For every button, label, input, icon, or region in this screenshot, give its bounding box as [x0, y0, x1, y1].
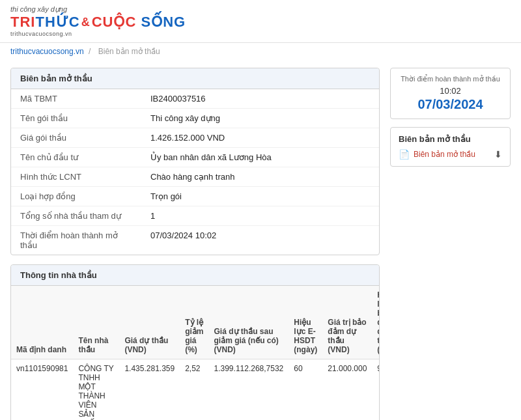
breadcrumb-home[interactable]: trithucvacuocsong.vn: [10, 47, 84, 56]
info-label: Mã TBMT: [11, 89, 141, 109]
logo-area: thi công xây dựng TRI THỨC & CUỘC SỐNG t…: [10, 5, 186, 37]
date-box-label: Thời điểm hoàn thành mở thầu: [399, 75, 502, 83]
bien-ban-section-title: Biên bản mở thầu: [11, 68, 379, 89]
breadcrumb: trithucvacuocsong.vn / Biên bản mở thầu: [0, 43, 521, 60]
info-value: 1: [141, 206, 379, 226]
main-content: Biên bản mở thầu Mã TBMT IB2400037516 Tê…: [0, 60, 521, 420]
logo-song: SỐNG: [136, 14, 186, 31]
vendor-cell: 60: [289, 359, 322, 421]
vendor-cell: 1.435.281.359: [119, 359, 180, 421]
info-value: Chào hàng cạnh tranh: [141, 167, 379, 187]
info-row: Tên chủ đầu tư Ủy ban nhân dân xã Lương …: [11, 148, 379, 167]
info-row: Tên gói thầu Thi công xây dựng: [11, 109, 379, 128]
info-row: Tổng số nhà thầu tham dự 1: [11, 206, 379, 226]
right-panel: Thời điểm hoàn thành mở thầu 10:02 07/03…: [390, 68, 511, 167]
vendor-cell: 21.000.000: [322, 359, 372, 421]
breadcrumb-page: Biên bản mở thầu: [98, 47, 160, 56]
page-wrapper: thi công xây dựng TRI THỨC & CUỘC SỐNG t…: [0, 0, 521, 420]
vendor-cell: vn1101590981: [11, 359, 73, 421]
logo-italic: thi công xây dựng: [10, 5, 186, 14]
vendor-row: vn1101590981CÔNG TY TNHH MỘT THÀNH VIÊN …: [11, 359, 379, 421]
info-label: Tổng số nhà thầu tham dự: [11, 206, 141, 226]
doc-box-title: Biên bản mở thầu: [399, 134, 502, 144]
breadcrumb-sep: /: [89, 47, 93, 56]
vendor-col-header: Giá trị bảo đảm dự thầu (VND): [322, 286, 372, 359]
info-value: Trọn gói: [141, 187, 379, 206]
logo-thuc: THỨC: [35, 14, 79, 31]
doc-name: Biên bản mở thầu: [414, 150, 490, 159]
vendor-col-header: Tỷ lệ giảm giá (%): [180, 286, 208, 359]
info-value: 1.426.152.000 VND: [141, 128, 379, 148]
info-value: 07/03/2024 10:02: [141, 226, 379, 255]
info-value: IB2400037516: [141, 89, 379, 109]
info-label: Giá gói thầu: [11, 128, 141, 148]
logo-underline: trithucvacuocsong.vn: [10, 31, 186, 37]
vendor-col-header: Giá dự thầu (VND): [119, 286, 180, 359]
left-panel: Biên bản mở thầu Mã TBMT IB2400037516 Tê…: [10, 68, 380, 420]
vendor-cell: 1.399.112.268,7532: [209, 359, 289, 421]
info-label: Hình thức LCNT: [11, 167, 141, 187]
info-row: Thời điểm hoàn thành mở thầu 07/03/2024 …: [11, 226, 379, 255]
logo-cuoc: CUỘC: [92, 14, 137, 31]
pdf-icon: 📄: [399, 149, 410, 160]
info-table: Mã TBMT IB2400037516 Tên gói thầu Thi cô…: [11, 89, 379, 255]
vendor-cell: 90: [372, 359, 379, 421]
info-label: Tên gói thầu: [11, 109, 141, 128]
date-box: Thời điểm hoàn thành mở thầu 10:02 07/03…: [390, 68, 511, 119]
info-row: Giá gói thầu 1.426.152.000 VND: [11, 128, 379, 148]
info-label: Tên chủ đầu tư: [11, 148, 141, 167]
info-row: Loại hợp đồng Trọn gói: [11, 187, 379, 206]
vendor-section: Thông tin nhà thầu Mã định danhTên nhà t…: [10, 264, 380, 420]
date-box-time: 10:02: [399, 86, 502, 96]
info-label: Loại hợp đồng: [11, 187, 141, 206]
vendor-col-header: Mã định danh: [11, 286, 73, 359]
info-row: Mã TBMT IB2400037516: [11, 89, 379, 109]
vendor-table: Mã định danhTên nhà thầuGiá dự thầu (VND…: [11, 286, 379, 420]
download-icon[interactable]: ⬇: [494, 149, 502, 160]
vendor-col-header: Giá dự thầu sau giảm giá (nếu có) (VND): [209, 286, 289, 359]
logo-amp: &: [81, 16, 91, 29]
header: thi công xây dựng TRI THỨC & CUỘC SỐNG t…: [0, 0, 521, 43]
vendor-cell: 2,52: [180, 359, 208, 421]
logo-main: TRI THỨC & CUỘC SỐNG: [10, 14, 186, 31]
bien-ban-section: Biên bản mở thầu Mã TBMT IB2400037516 Tê…: [10, 68, 380, 255]
vendor-col-header: Hiệu lực E-HSDT (ngày): [289, 286, 322, 359]
vendor-section-title: Thông tin nhà thầu: [11, 265, 379, 286]
info-value: Ủy ban nhân dân xã Lương Hòa: [141, 148, 379, 167]
date-box-date: 07/03/2024: [399, 97, 502, 112]
info-row: Hình thức LCNT Chào hàng cạnh tranh: [11, 167, 379, 187]
vendor-col-header: Hiệu lực bảo đảm dự thầu (ngày): [372, 286, 379, 359]
vendor-col-header: Tên nhà thầu: [73, 286, 119, 359]
info-value: Thi công xây dựng: [141, 109, 379, 128]
vendor-cell: CÔNG TY TNHH MỘT THÀNH VIÊN SẢN XUẤT THƯ…: [73, 359, 119, 421]
doc-item[interactable]: 📄 Biên bản mở thầu ⬇: [399, 149, 502, 160]
logo-tri: TRI: [10, 14, 35, 31]
info-label: Thời điểm hoàn thành mở thầu: [11, 226, 141, 255]
doc-box: Biên bản mở thầu 📄 Biên bản mở thầu ⬇: [390, 127, 511, 167]
